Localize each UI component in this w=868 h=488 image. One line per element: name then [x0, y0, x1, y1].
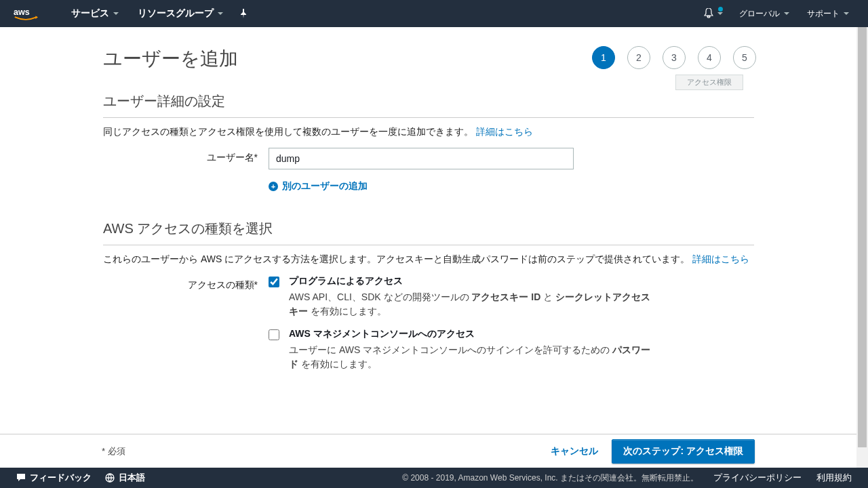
console-access-label: AWS マネジメントコンソールへのアクセス	[289, 328, 655, 340]
main-content: ユーザーを追加 ユーザー詳細の設定 同じアクセスの種類とアクセス権限を使用して複…	[103, 27, 754, 381]
access-type-label: アクセスの種類*	[103, 275, 269, 291]
step-4[interactable]: 4	[698, 46, 721, 69]
terms-link[interactable]: 利用規約	[816, 472, 852, 484]
nav-services[interactable]: サービス	[62, 0, 128, 27]
add-another-user-label: 別のユーザーの追加	[282, 180, 368, 192]
divider	[103, 117, 754, 118]
chevron-down-icon	[113, 12, 119, 15]
nav-resource-groups[interactable]: リソースグループ	[128, 0, 233, 27]
nav-services-label: サービス	[71, 7, 109, 20]
notifications-button[interactable]	[700, 8, 727, 19]
next-step-button[interactable]: 次のステップ: アクセス権限	[612, 439, 755, 464]
nav-resource-groups-label: リソースグループ	[138, 7, 214, 20]
step-3[interactable]: 3	[663, 46, 686, 69]
action-bar: * 必須 キャンセル 次のステップ: アクセス権限	[0, 434, 856, 468]
language-label: 日本語	[119, 472, 145, 484]
feedback-label: フィードバック	[30, 472, 92, 484]
top-nav: aws サービス リソースグループ グローバル サポート	[0, 0, 868, 27]
plus-circle-icon: +	[269, 182, 278, 191]
programmatic-access-checkbox[interactable]	[269, 277, 279, 287]
divider	[103, 245, 754, 245]
section-access-type-title: AWS アクセスの種類を選択	[103, 220, 754, 238]
svg-text:aws: aws	[14, 7, 30, 17]
wizard-stepper: 1 2 3 4 5	[592, 46, 756, 69]
console-access-checkbox[interactable]	[269, 329, 279, 340]
nav-region-label: グローバル	[739, 8, 780, 20]
privacy-link[interactable]: プライバシーポリシー	[713, 472, 802, 484]
step-5[interactable]: 5	[733, 46, 756, 69]
step-1[interactable]: 1	[592, 46, 615, 69]
aws-logo[interactable]: aws	[14, 6, 38, 21]
section-user-details-desc: 同じアクセスの種類とアクセス権限を使用して複数のユーザーを一度に追加できます。 …	[103, 126, 754, 138]
section-access-type-desc: これらのユーザーから AWS にアクセスする方法を選択します。アクセスキーと自動…	[103, 253, 754, 266]
username-label: ユーザー名*	[103, 148, 269, 164]
feedback-button[interactable]: フィードバック	[16, 472, 92, 484]
footer: フィードバック 日本語 © 2008 - 2019, Amazon Web Se…	[0, 468, 868, 488]
section-user-details-title: ユーザー詳細の設定	[103, 92, 754, 110]
programmatic-access-label: プログラムによるアクセス	[289, 275, 655, 287]
chevron-down-icon	[784, 12, 789, 15]
chevron-down-icon	[717, 12, 723, 15]
chevron-down-icon	[218, 12, 223, 15]
nav-support-label: サポート	[807, 8, 840, 20]
step-2[interactable]: 2	[627, 46, 650, 69]
console-access-desc: ユーザーに AWS マネジメントコンソールへのサインインを許可するための パスワ…	[289, 343, 655, 371]
footer-copyright: © 2008 - 2019, Amazon Web Services, Inc.…	[402, 472, 698, 484]
speech-bubble-icon	[16, 473, 26, 483]
cancel-button[interactable]: キャンセル	[551, 445, 598, 458]
learn-more-link-1[interactable]: 詳細はこちら	[476, 126, 533, 137]
language-button[interactable]: 日本語	[105, 472, 145, 484]
nav-support[interactable]: サポート	[802, 0, 854, 27]
nav-region[interactable]: グローバル	[734, 0, 795, 27]
scrollbar-thumb[interactable]	[858, 27, 867, 447]
chevron-down-icon	[844, 12, 849, 15]
programmatic-access-desc: AWS API、CLI、SDK などの開発ツールの アクセスキー ID と シー…	[289, 290, 655, 319]
learn-more-link-2[interactable]: 詳細はこちら	[692, 253, 749, 264]
pin-icon[interactable]	[233, 9, 254, 18]
bell-icon	[704, 8, 713, 19]
notification-dot-icon	[718, 7, 723, 12]
username-input[interactable]	[269, 148, 574, 169]
vertical-scrollbar[interactable]	[856, 27, 868, 468]
add-another-user-button[interactable]: + 別のユーザーの追加	[269, 180, 754, 192]
step-tooltip: アクセス権限	[675, 75, 743, 90]
required-note: * 必須	[102, 445, 125, 458]
globe-icon	[105, 473, 115, 483]
